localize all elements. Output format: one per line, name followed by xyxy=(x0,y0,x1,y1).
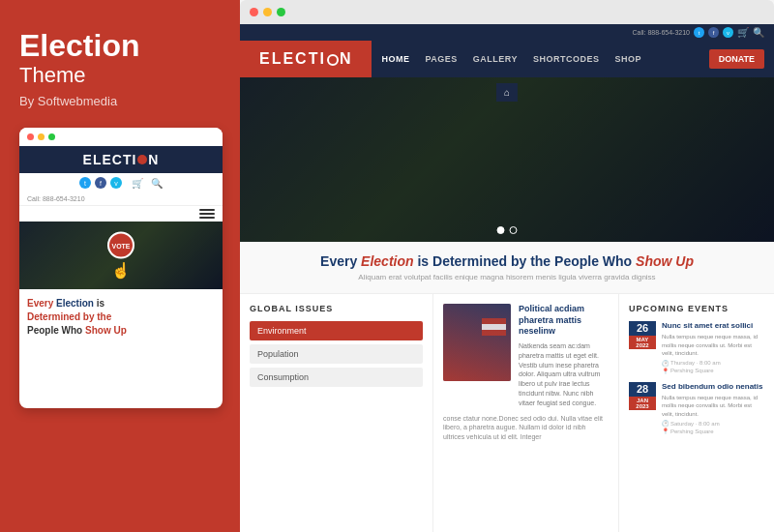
event-date-badge-2: 28 JAN2023 xyxy=(629,382,656,435)
nav-home[interactable]: HOME xyxy=(381,54,409,64)
site-header: Call: 888-654-3210 t f v 🛒 🔍 ELECTIN HOM… xyxy=(240,24,774,77)
nav-shop[interactable]: SHOP xyxy=(614,54,641,64)
event-title-1: Nunc sit amet erat sollici xyxy=(662,321,764,331)
article-title: Political acdiam pharetra mattis neselin… xyxy=(519,304,609,338)
twitter-icon[interactable]: t xyxy=(79,177,91,189)
desktop-top-bar xyxy=(240,0,774,24)
mobile-top-bar xyxy=(19,128,223,146)
dt-dot-yellow xyxy=(263,8,272,16)
event-meta-2: 🕐 Saturday · 8:00 am 📍 Pershing Square xyxy=(662,420,764,434)
header-vimeo-icon[interactable]: v xyxy=(723,27,733,38)
vote-circle: VOTE xyxy=(107,232,134,259)
hero-overlay xyxy=(240,77,774,242)
vimeo-icon[interactable]: v xyxy=(110,177,122,189)
global-issues-panel: GLOBAL ISSUES Environment Population Con… xyxy=(240,294,433,532)
cart-icon[interactable]: 🛒 xyxy=(132,178,143,189)
event-month-2: JAN2023 xyxy=(629,397,656,410)
tagline-main: Every Election is Determined by the Peop… xyxy=(259,253,755,269)
event-desc-2: Nulla tempus neque neque massa, id molli… xyxy=(662,394,764,418)
dt-dot-red xyxy=(250,8,258,16)
event-title-2: Sed bibendum odio nenatis xyxy=(662,382,764,392)
hero-dots xyxy=(497,226,518,234)
hero-home-icon[interactable]: ⌂ xyxy=(496,83,518,102)
article-card: Political acdiam pharetra mattis neselin… xyxy=(443,304,609,408)
upcoming-events-title: UPCOMING EVENTS xyxy=(629,304,764,313)
site-nav: ELECTIN HOME PAGES GALLERY SHORTCODES SH… xyxy=(240,41,774,77)
article-image xyxy=(443,304,511,381)
desktop-mockup: Call: 888-654-3210 t f v 🛒 🔍 ELECTIN HOM… xyxy=(240,0,774,532)
mobile-dot-yellow xyxy=(38,133,45,140)
theme-title: Election Theme By Softwebmedia xyxy=(19,29,221,108)
mobile-phone-bar: Call: 888-654-3210 xyxy=(19,192,223,206)
event-content-1: Nunc sit amet erat sollici Nulla tempus … xyxy=(662,321,764,374)
mobile-nav: ELECTIN xyxy=(19,146,223,173)
desktop-content: Call: 888-654-3210 t f v 🛒 🔍 ELECTIN HOM… xyxy=(240,24,774,532)
hand-icon: ☝ xyxy=(107,261,134,280)
mobile-dot-red xyxy=(27,133,34,140)
hero-section: ⌂ xyxy=(240,77,774,242)
nav-shortcodes[interactable]: SHORTCODES xyxy=(533,54,600,64)
event-meta-1: 🕐 Thursday · 8:00 am 📍 Pershing Square xyxy=(662,360,764,374)
donate-button[interactable]: DONATE xyxy=(709,49,764,69)
header-twitter-icon[interactable]: t xyxy=(694,27,704,38)
right-panel: Call: 888-654-3210 t f v 🛒 🔍 ELECTIN HOM… xyxy=(240,0,774,532)
event-day-1: 26 xyxy=(629,321,656,336)
mobile-social-icons: t f v 🛒 🔍 xyxy=(19,173,223,192)
event-month-1: MAY2022 xyxy=(629,336,656,349)
search-icon[interactable]: 🔍 xyxy=(151,178,163,189)
event-desc-1: Nulla tempus neque neque massa, id molli… xyxy=(662,333,764,357)
issue-population[interactable]: Population xyxy=(250,344,423,364)
article-footer: conse ctatur none.Donec sed odio dui. Nu… xyxy=(443,414,609,442)
vote-badge: VOTE ☝ xyxy=(107,232,134,280)
mobile-mockup: ELECTIN t f v 🛒 🔍 Call: 888-654-3210 VOT… xyxy=(19,128,223,408)
nav-items: HOME PAGES GALLERY SHORTCODES SHOP xyxy=(372,54,708,64)
dt-dot-green xyxy=(277,8,285,16)
issues-list: Environment Population Consumption xyxy=(250,321,423,387)
tagline-section: Every Election is Determined by the Peop… xyxy=(240,242,774,294)
lower-content: GLOBAL ISSUES Environment Population Con… xyxy=(240,294,774,532)
article-body: Natkenda seam ac:dam pharetra mattis ut … xyxy=(519,341,609,408)
issue-environment[interactable]: Environment xyxy=(250,321,423,340)
header-search-icon[interactable]: 🔍 xyxy=(753,27,764,38)
mobile-headline: Every Election is Determined by the Peop… xyxy=(27,297,215,338)
mobile-hero: VOTE ☝ xyxy=(19,222,223,289)
hero-dot-1[interactable] xyxy=(497,226,505,234)
tagline-sub: Aliquam erat volutpat facilis enique mag… xyxy=(259,273,755,281)
left-panel: Election Theme By Softwebmedia ELECTIN t… xyxy=(0,0,240,532)
mobile-logo: ELECTIN xyxy=(83,152,160,167)
mobile-menu-bar xyxy=(19,206,223,222)
mobile-text-section: Every Election is Determined by the Peop… xyxy=(19,289,223,345)
event-item-1: 26 MAY2022 Nunc sit amet erat sollici Nu… xyxy=(629,321,764,374)
article-section: Political acdiam pharetra mattis neselin… xyxy=(433,294,619,532)
global-issues-title: GLOBAL ISSUES xyxy=(250,304,423,313)
issue-consumption[interactable]: Consumption xyxy=(250,368,423,387)
facebook-icon[interactable]: f xyxy=(95,177,106,189)
event-day-2: 28 xyxy=(629,382,656,397)
hero-dot-2[interactable] xyxy=(510,226,518,234)
article-flag xyxy=(482,318,506,336)
event-content-2: Sed bibendum odio nenatis Nulla tempus n… xyxy=(662,382,764,435)
article-content: Political acdiam pharetra mattis neselin… xyxy=(519,304,609,408)
upcoming-events-panel: UPCOMING EVENTS 26 MAY2022 Nunc sit amet… xyxy=(619,294,774,532)
event-date-badge-1: 26 MAY2022 xyxy=(629,321,656,374)
mobile-dot-green xyxy=(48,133,55,140)
nav-pages[interactable]: PAGES xyxy=(425,54,457,64)
header-top-bar: Call: 888-654-3210 t f v 🛒 🔍 xyxy=(240,24,774,41)
header-cart-icon[interactable]: 🛒 xyxy=(737,27,749,38)
hamburger-icon[interactable] xyxy=(199,209,215,219)
nav-gallery[interactable]: GALLERY xyxy=(473,54,518,64)
event-item-2: 28 JAN2023 Sed bibendum odio nenatis Nul… xyxy=(629,382,764,435)
site-logo: ELECTIN xyxy=(240,41,372,77)
header-facebook-icon[interactable]: f xyxy=(708,27,719,38)
